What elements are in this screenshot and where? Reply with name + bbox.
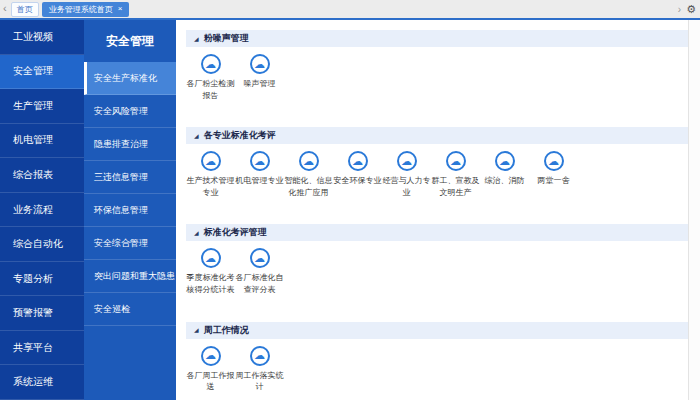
section-header[interactable]: ◢ 周工作情况 xyxy=(186,322,688,339)
app-shortcut-mechatronics-specialty[interactable]: ☁ 机电管理专业 xyxy=(235,151,284,198)
app-shortcut-intelligence-informatization[interactable]: ☁ 智能化、信息化推广应用 xyxy=(284,151,333,198)
cloud-app-icon: ☁ xyxy=(397,151,417,171)
app-label: 噪声管理 xyxy=(236,78,284,90)
app-label: 各厂标准化自查评分表 xyxy=(236,272,284,295)
app-shortcut-quarterly-score-statistics[interactable]: ☁ 季度标准化考核得分统计表 xyxy=(186,248,235,295)
section-collapse-icon: ◢ xyxy=(194,36,199,42)
submenu-item-safety-production-standardization[interactable]: 安全生产标准化 xyxy=(84,62,176,95)
submenu-item-safety-inspection[interactable]: 安全巡检 xyxy=(84,293,176,326)
sidebar-item-integrated-automation[interactable]: 综合自动化 xyxy=(0,227,84,262)
sidebar-item-comprehensive-reports[interactable]: 综合报表 xyxy=(0,158,84,193)
section-collapse-icon: ◢ xyxy=(194,327,199,333)
cloud-app-icon: ☁ xyxy=(201,151,221,171)
app-label: 两堂一舍 xyxy=(530,175,578,187)
sidebar-item-industrial-video[interactable]: 工业视频 xyxy=(0,20,84,55)
app-window: ‹ 首页 业务管理系统首页 × › ⚙ 工业视频 安全管理 生产管理 机电管理 … xyxy=(0,0,700,400)
app-shortcut-weekly-work-submission[interactable]: ☁ 各厂周工作报送 xyxy=(186,346,235,393)
app-label: 安全环保专业 xyxy=(334,175,382,187)
section-header[interactable]: ◢ 各专业标准化考评 xyxy=(186,127,688,144)
tab-home[interactable]: 首页 xyxy=(11,2,39,17)
app-shortcut-self-inspection-score-sheet[interactable]: ☁ 各厂标准化自查评分表 xyxy=(235,248,284,295)
sidebar-item-production-management[interactable]: 生产管理 xyxy=(0,89,84,124)
cloud-app-icon: ☁ xyxy=(250,54,270,74)
cloud-app-icon: ☁ xyxy=(201,248,221,268)
section-items: ☁ 各厂周工作报送 ☁ 周工作落实统计 xyxy=(186,346,688,393)
app-label: 智能化、信息化推广应用 xyxy=(285,175,333,198)
app-shortcut-dust-detection-report[interactable]: ☁ 各厂粉尘检测报告 xyxy=(186,54,235,101)
app-label: 群工、宣教及文明生产 xyxy=(432,175,480,198)
cloud-app-icon: ☁ xyxy=(201,346,221,366)
app-label: 各厂粉尘检测报告 xyxy=(187,78,235,101)
submenu-item-three-violations-info[interactable]: 三违信息管理 xyxy=(84,161,176,194)
section-title: 各专业标准化考评 xyxy=(204,129,276,142)
sidebar-item-topic-analysis[interactable]: 专题分析 xyxy=(0,262,84,297)
section-specialty-standardization-evaluation: ◢ 各专业标准化考评 ☁ 生产技术管理专业 ☁ 机电管理专业 ☁ 智能化、信息化… xyxy=(186,127,688,198)
section-collapse-icon: ◢ xyxy=(194,133,199,139)
app-shortcut-mass-work-civilized-production[interactable]: ☁ 群工、宣教及文明生产 xyxy=(431,151,480,198)
expand-chevron-icon[interactable]: › xyxy=(678,4,681,15)
section-title: 周工作情况 xyxy=(204,324,249,337)
cloud-app-icon: ☁ xyxy=(250,151,270,171)
app-label: 各厂周工作报送 xyxy=(187,370,235,393)
close-icon[interactable]: × xyxy=(118,5,123,13)
primary-sidebar: 工业视频 安全管理 生产管理 机电管理 综合报表 业务流程 综合自动化 专题分析… xyxy=(0,20,84,400)
gear-icon[interactable]: ⚙ xyxy=(686,3,696,16)
cloud-app-icon: ☁ xyxy=(250,346,270,366)
app-label: 综治、消防 xyxy=(481,175,529,187)
sidebar-item-mechatronics-management[interactable]: 机电管理 xyxy=(0,124,84,159)
section-items: ☁ 季度标准化考核得分统计表 ☁ 各厂标准化自查评分表 xyxy=(186,248,688,295)
scrollbar[interactable] xyxy=(688,20,700,400)
section-title: 粉噪声管理 xyxy=(204,32,249,45)
section-header[interactable]: ◢ 标准化考评管理 xyxy=(186,224,688,241)
sidebar-item-safety-management[interactable]: 安全管理 xyxy=(0,55,84,90)
submenu-item-safety-comprehensive-management[interactable]: 安全综合管理 xyxy=(84,227,176,260)
cloud-app-icon: ☁ xyxy=(544,151,564,171)
app-shortcut-safety-environment-specialty[interactable]: ☁ 安全环保专业 xyxy=(333,151,382,198)
app-label: 机电管理专业 xyxy=(236,175,284,187)
sidebar-item-shared-platform[interactable]: 共享平台 xyxy=(0,331,84,366)
submenu-item-environmental-info[interactable]: 环保信息管理 xyxy=(84,194,176,227)
submenu-item-hidden-danger-investigation[interactable]: 隐患排查治理 xyxy=(84,128,176,161)
tab-active-label: 业务管理系统首页 xyxy=(49,4,113,15)
tab-active[interactable]: 业务管理系统首页 × xyxy=(42,2,130,17)
app-shortcut-two-halls-one-dorm[interactable]: ☁ 两堂一舍 xyxy=(529,151,578,198)
tabbar-right-controls: › ⚙ xyxy=(678,3,700,16)
section-weekly-work-status: ◢ 周工作情况 ☁ 各厂周工作报送 ☁ 周工作落实统计 xyxy=(186,322,688,393)
section-items: ☁ 各厂粉尘检测报告 ☁ 噪声管理 xyxy=(186,54,688,101)
app-shortcut-noise-management[interactable]: ☁ 噪声管理 xyxy=(235,54,284,101)
section-standardization-evaluation-management: ◢ 标准化考评管理 ☁ 季度标准化考核得分统计表 ☁ 各厂标准化自查评分表 xyxy=(186,224,688,295)
section-title: 标准化考评管理 xyxy=(204,226,267,239)
tab-bar: ‹ 首页 业务管理系统首页 × › ⚙ xyxy=(0,0,700,20)
cloud-app-icon: ☁ xyxy=(250,248,270,268)
secondary-sidebar-title: 安全管理 xyxy=(84,20,176,62)
sidebar-item-system-operations[interactable]: 系统运维 xyxy=(0,365,84,400)
cloud-app-icon: ☁ xyxy=(201,54,221,74)
app-label: 季度标准化考核得分统计表 xyxy=(187,272,235,295)
sidebar-item-early-warning[interactable]: 预警报警 xyxy=(0,296,84,331)
cloud-app-icon: ☁ xyxy=(495,151,515,171)
app-label: 周工作落实统计 xyxy=(236,370,284,393)
app-shortcut-governance-fire-protection[interactable]: ☁ 综治、消防 xyxy=(480,151,529,198)
cloud-app-icon: ☁ xyxy=(299,151,319,171)
section-header[interactable]: ◢ 粉噪声管理 xyxy=(186,30,688,47)
app-label: 生产技术管理专业 xyxy=(187,175,235,198)
main-content: ◢ 粉噪声管理 ☁ 各厂粉尘检测报告 ☁ 噪声管理 ◢ 各专业标准化考评 xyxy=(176,20,688,400)
section-items: ☁ 生产技术管理专业 ☁ 机电管理专业 ☁ 智能化、信息化推广应用 ☁ 安全环保… xyxy=(186,151,688,198)
section-collapse-icon: ◢ xyxy=(194,230,199,236)
cloud-app-icon: ☁ xyxy=(446,151,466,171)
cloud-app-icon: ☁ xyxy=(348,151,368,171)
app-shortcut-operations-hr-specialty[interactable]: ☁ 经营与人力专业 xyxy=(382,151,431,198)
section-dust-noise-management: ◢ 粉噪声管理 ☁ 各厂粉尘检测报告 ☁ 噪声管理 xyxy=(186,30,688,101)
app-shortcut-production-tech-management[interactable]: ☁ 生产技术管理专业 xyxy=(186,151,235,198)
app-shortcut-weekly-work-statistics[interactable]: ☁ 周工作落实统计 xyxy=(235,346,284,393)
sidebar-item-business-process[interactable]: 业务流程 xyxy=(0,193,84,228)
submenu-item-major-hidden-dangers[interactable]: 突出问题和重大隐患 xyxy=(84,260,176,293)
submenu-item-safety-risk-management[interactable]: 安全风险管理 xyxy=(84,95,176,128)
app-label: 经营与人力专业 xyxy=(383,175,431,198)
back-chevron-icon[interactable]: ‹ xyxy=(3,2,7,14)
secondary-sidebar: 安全管理 安全生产标准化 安全风险管理 隐患排查治理 三违信息管理 环保信息管理… xyxy=(84,20,176,400)
